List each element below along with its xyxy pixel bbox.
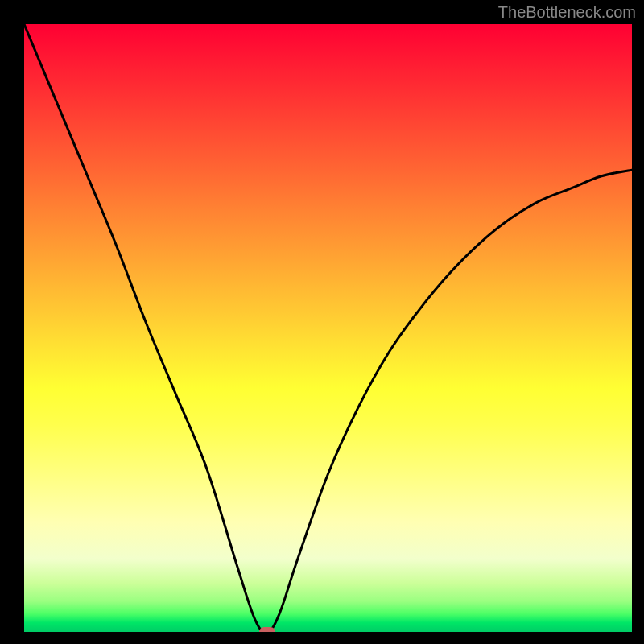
- bottleneck-curve: [24, 24, 632, 632]
- curve-layer: [24, 24, 632, 632]
- attribution-text: TheBottleneck.com: [498, 3, 636, 22]
- optimal-marker: [259, 627, 275, 632]
- chart-area: [24, 24, 632, 632]
